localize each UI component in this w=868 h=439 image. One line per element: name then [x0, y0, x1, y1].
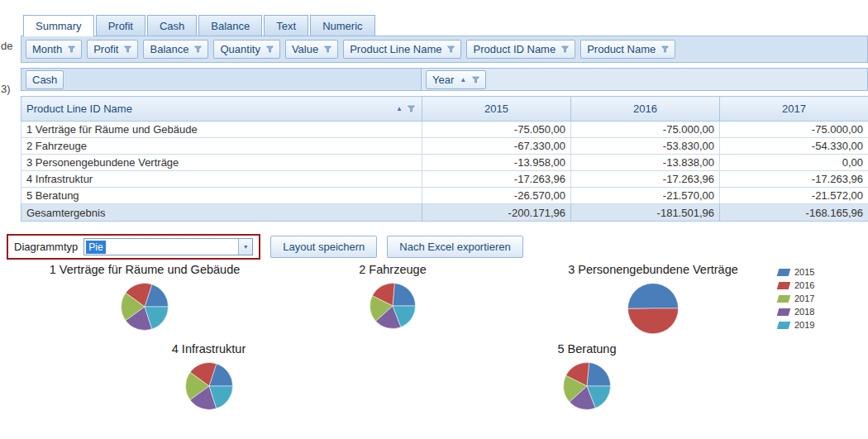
cell-value: -17.263,96 — [720, 171, 868, 188]
tab-summary[interactable]: Summary — [23, 15, 94, 36]
table-row: 2 Fahrzeuge -67.330,00 -53.830,00 -54.33… — [21, 138, 868, 155]
cell-value: -75.050,00 — [422, 122, 571, 138]
column-area: Year ▲ — [422, 68, 868, 91]
legend-item: 2015 — [778, 265, 814, 279]
filter-icon[interactable] — [68, 43, 75, 55]
legend-label: 2015 — [794, 267, 814, 277]
cell-value: -17.263,96 — [571, 171, 720, 188]
cell-value: -17.263,96 — [422, 171, 571, 188]
chart-type-combobox[interactable]: Pie ▼ — [83, 238, 253, 255]
column-field-year-button[interactable]: Year ▲ — [426, 70, 486, 89]
cell-value: -75.000,00 — [571, 122, 720, 138]
pie-chart — [33, 283, 256, 331]
tab-text[interactable]: Text — [264, 15, 308, 36]
pie-chart-block: 1 Verträge für Räume und Gebäude — [33, 263, 256, 331]
filter-field-profit[interactable]: Profit — [87, 40, 138, 59]
clipped-text-fragment: de — [1, 40, 12, 52]
filter-field-product-line-name[interactable]: Product Line Name — [343, 40, 461, 59]
pie-chart — [492, 362, 682, 410]
filter-field-product-name[interactable]: Product Name — [580, 40, 675, 59]
field-label: Cash — [32, 74, 57, 86]
row-label: 1 Verträge für Räume und Gebäude — [21, 122, 422, 138]
pie-chart — [112, 362, 306, 410]
tab-numeric[interactable]: Numeric — [310, 15, 374, 36]
field-label: Value — [292, 43, 318, 55]
cell-value: -13.838,00 — [571, 155, 720, 171]
cell-value: -54.330,00 — [720, 138, 868, 155]
filter-icon[interactable] — [194, 43, 202, 55]
filter-field-value[interactable]: Value — [285, 40, 338, 59]
pie-chart-block: 3 Personengebundene Verträge — [537, 263, 769, 334]
legend-label: 2019 — [794, 320, 814, 330]
filter-field-balance[interactable]: Balance — [143, 40, 208, 59]
field-label: Year — [432, 74, 454, 86]
filter-field-quantity[interactable]: Quantity — [213, 40, 279, 59]
annotation-red-box: Diagrammtyp Pie ▼ — [7, 234, 260, 260]
total-label: Gesamtergebnis — [21, 204, 422, 222]
legend-label: 2016 — [794, 280, 814, 290]
legend-marker — [777, 322, 791, 329]
legend-marker — [777, 308, 791, 316]
row-area-header[interactable]: Product Line ID Name ▲ — [21, 97, 422, 122]
pie-chart — [537, 283, 769, 334]
legend-marker — [777, 282, 791, 289]
clipped-text-fragment: 3) — [1, 83, 11, 95]
save-layout-button[interactable]: Layout speichern — [270, 236, 377, 258]
column-header-2016: 2016 — [571, 97, 720, 122]
pie-chart-block: 2 Fahrzeuge — [302, 263, 484, 329]
cell-value: -21.570,00 — [571, 188, 720, 204]
cell-value: -67.330,00 — [422, 138, 571, 155]
pie-chart — [302, 283, 484, 329]
legend-item: 2018 — [778, 305, 814, 318]
tab-balance[interactable]: Balance — [198, 15, 262, 36]
row-label: 2 Fahrzeuge — [21, 138, 422, 155]
pivot-grid-panel: Summary Profit Cash Balance Text Numeric… — [21, 15, 868, 222]
chart-title: 2 Fahrzeuge — [302, 263, 484, 276]
legend-label: 2018 — [794, 307, 814, 317]
legend-item: 2016 — [778, 279, 814, 292]
column-header-2017: 2017 — [720, 97, 868, 122]
field-label: Profit — [93, 43, 118, 55]
field-label: Product Line Name — [350, 43, 441, 55]
row-label: 5 Beratung — [21, 188, 422, 204]
total-value: -200.171,96 — [422, 204, 571, 222]
chart-legend: 2015 2016 2017 2018 2019 — [778, 265, 814, 332]
grand-total-row: Gesamtergebnis -200.171,96 -181.501,96 -… — [21, 204, 868, 222]
filter-icon[interactable] — [266, 43, 274, 55]
pivot-table: Product Line ID Name ▲ 2015 2016 2017 1 … — [21, 96, 868, 222]
chart-title: 5 Beratung — [492, 342, 682, 355]
chart-title: 4 Infrastruktur — [112, 342, 306, 355]
data-area: Cash — [21, 68, 422, 91]
cell-value: -26.570,00 — [422, 188, 571, 204]
measure-cash-button[interactable]: Cash — [26, 70, 64, 89]
filter-field-product-id-name[interactable]: Product ID Name — [466, 40, 575, 59]
total-value: -181.501,96 — [571, 204, 720, 222]
field-label: Product Name — [587, 43, 656, 55]
filter-icon[interactable] — [124, 43, 131, 55]
filter-fields-bar: Month Profit Balance Quantity Value Prod… — [21, 36, 868, 63]
field-label: Product ID Name — [473, 43, 556, 55]
tab-profit[interactable]: Profit — [96, 15, 145, 36]
filter-icon[interactable] — [408, 103, 415, 115]
filter-field-month[interactable]: Month — [26, 40, 82, 59]
cell-value: 0,00 — [720, 155, 868, 171]
filter-icon[interactable] — [324, 43, 331, 55]
filter-icon[interactable] — [661, 43, 669, 55]
chart-controls-bar: Diagrammtyp Pie ▼ Layout speichern Nach … — [7, 234, 523, 260]
legend-item: 2019 — [778, 318, 814, 332]
filter-icon[interactable] — [447, 43, 455, 55]
total-value: -168.165,96 — [720, 204, 868, 222]
filter-icon[interactable] — [561, 43, 569, 55]
tab-cash[interactable]: Cash — [147, 15, 197, 36]
filter-icon[interactable] — [472, 74, 479, 86]
cell-value: -21.572,00 — [720, 188, 868, 204]
chart-type-label: Diagrammtyp — [14, 241, 78, 253]
column-header-2015: 2015 — [422, 97, 571, 122]
tab-strip: Summary Profit Cash Balance Text Numeric — [21, 15, 868, 36]
cell-value: -53.830,00 — [571, 138, 720, 155]
row-header-label: Product Line ID Name — [26, 103, 132, 115]
field-label: Month — [32, 43, 62, 55]
export-excel-button[interactable]: Nach Excel exportieren — [387, 236, 522, 258]
chevron-down-icon[interactable]: ▼ — [238, 239, 252, 255]
table-row: 3 Personengebundene Verträge -13.958,00 … — [21, 155, 868, 171]
